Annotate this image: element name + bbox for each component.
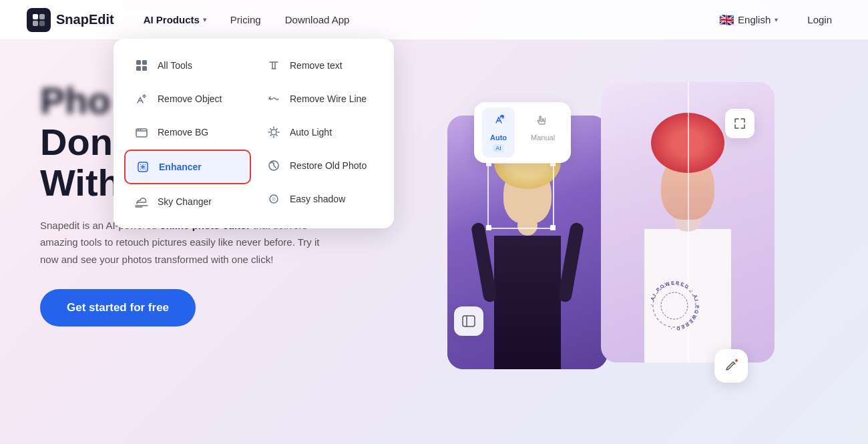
expand-button[interactable]: [725, 109, 754, 138]
language-label: English: [738, 14, 771, 25]
svg-rect-3: [39, 21, 45, 26]
svg-rect-19: [463, 316, 475, 326]
auto-light-label: Auto Light: [290, 127, 332, 138]
remove-wire-label: Remove Wire Line: [290, 93, 367, 104]
easy-shadow-icon: [264, 190, 283, 208]
manual-icon: [535, 113, 550, 131]
chevron-down-icon: ▾: [203, 16, 206, 23]
dropdown-item-sky-changer[interactable]: Sky Changer: [124, 186, 251, 218]
remove-object-icon: [132, 89, 151, 108]
language-selector[interactable]: 🇬🇧 English ▾: [712, 9, 785, 31]
get-started-button[interactable]: Get started for free: [40, 289, 196, 326]
nav-links: AI Products ▾ Pricing Download App: [134, 9, 712, 31]
ai-products-dropdown: All Tools Remove Object Remove BG: [114, 39, 394, 228]
dropdown-item-auto-light[interactable]: Auto Light: [256, 116, 383, 148]
dropdown-col-right: Remove text Remove Wire Line Auto Light: [256, 49, 383, 218]
remove-object-label: Remove Object: [158, 93, 222, 104]
svg-rect-5: [142, 60, 147, 65]
restore-photo-icon: [264, 156, 283, 175]
logo-icon: [27, 8, 51, 32]
brand-name: SnapEdit: [56, 12, 114, 27]
svg-rect-6: [136, 66, 141, 71]
navbar: SnapEdit AI Products ▾ Pricing Download …: [0, 0, 868, 40]
login-button[interactable]: Login: [798, 10, 841, 29]
auto-label: Auto: [490, 134, 507, 142]
nav-right: 🇬🇧 English ▾ Login: [712, 9, 841, 31]
dropdown-item-remove-text[interactable]: Remove text: [256, 49, 383, 81]
all-tools-icon: [132, 56, 151, 75]
remove-bg-label: Remove BG: [158, 127, 208, 138]
nav-item-ai-products[interactable]: AI Products ▾: [134, 9, 216, 31]
manual-option[interactable]: Manual: [523, 107, 563, 158]
auto-light-icon: [264, 123, 283, 142]
image-container: AI Auto AI Manual: [441, 82, 761, 403]
dropdown-item-enhancer[interactable]: Enhancer: [124, 150, 251, 184]
auto-icon: AI: [491, 113, 506, 131]
svg-text:· AI POWERED · AI POWERED ·: · AI POWERED · AI POWERED ·: [649, 280, 700, 330]
dropdown-item-all-tools[interactable]: All Tools: [124, 49, 251, 81]
svg-point-21: [661, 292, 688, 319]
enhancer-icon: [134, 158, 152, 176]
remove-text-icon: [264, 56, 283, 75]
sky-changer-label: Sky Changer: [158, 196, 212, 207]
dropdown-item-easy-shadow[interactable]: Easy shadow: [256, 183, 383, 215]
dropdown-item-restore-photo[interactable]: Restore Old Photo: [256, 150, 383, 182]
nav-download-label: Download App: [285, 14, 350, 25]
edit-button[interactable]: [714, 349, 748, 383]
hero-right: AI Auto AI Manual: [374, 67, 828, 417]
svg-point-9: [138, 130, 139, 131]
sidebar-toggle-button[interactable]: [454, 306, 483, 336]
nav-item-pricing[interactable]: Pricing: [221, 9, 270, 31]
easy-shadow-label: Easy shadow: [290, 194, 345, 204]
svg-point-12: [271, 130, 276, 135]
ai-powered-badge: · AI POWERED · AI POWERED ·: [644, 276, 704, 336]
nav-item-download-app[interactable]: Download App: [276, 9, 359, 31]
dropdown-item-remove-object[interactable]: Remove Object: [124, 83, 251, 115]
nav-pricing-label: Pricing: [230, 14, 261, 25]
dropdown-item-remove-bg[interactable]: Remove BG: [124, 116, 251, 148]
manual-label: Manual: [531, 134, 555, 142]
nav-ai-products-label: AI Products: [144, 14, 200, 25]
svg-rect-4: [136, 60, 141, 65]
svg-point-23: [735, 359, 738, 362]
svg-point-15: [272, 197, 276, 201]
lang-chevron-icon: ▾: [775, 16, 778, 23]
ai-badge-small: AI: [493, 144, 504, 152]
flag-icon: 🇬🇧: [719, 13, 734, 27]
remove-wire-icon: [264, 89, 283, 108]
remove-text-label: Remove text: [290, 60, 343, 71]
svg-rect-2: [33, 21, 38, 26]
auto-option[interactable]: AI Auto AI: [482, 107, 515, 158]
dropdown-col-left: All Tools Remove Object Remove BG: [124, 49, 251, 218]
dropdown-item-remove-wire[interactable]: Remove Wire Line: [256, 83, 383, 115]
all-tools-label: All Tools: [158, 60, 192, 71]
hero-title-blurred: Pho: [40, 79, 111, 122]
restore-photo-label: Restore Old Photo: [290, 160, 367, 171]
logo[interactable]: SnapEdit: [27, 8, 114, 32]
sky-changer-icon: [132, 192, 151, 211]
enhancer-label: Enhancer: [159, 162, 202, 172]
auto-manual-toggle: AI Auto AI Manual: [474, 102, 571, 163]
svg-rect-7: [142, 66, 147, 71]
svg-rect-0: [33, 14, 38, 19]
svg-rect-1: [39, 14, 45, 19]
svg-point-10: [140, 130, 142, 131]
remove-bg-icon: [132, 123, 151, 142]
selection-box: [487, 162, 554, 229]
svg-text:AI: AI: [500, 116, 503, 119]
